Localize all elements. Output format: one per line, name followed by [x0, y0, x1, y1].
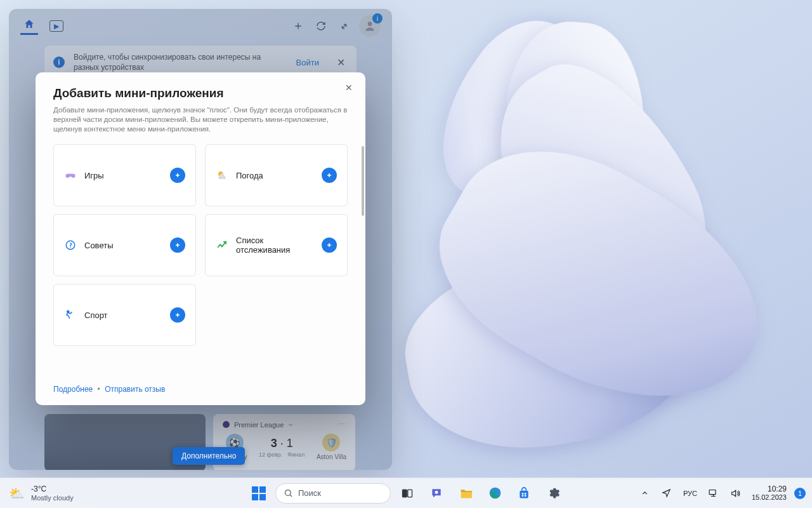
add-weather-button[interactable] [322, 168, 337, 183]
language-indicator[interactable]: РУС [679, 490, 701, 497]
location-tray-icon[interactable] [658, 481, 676, 506]
file-explorer-button[interactable] [453, 481, 478, 506]
feedback-link[interactable]: Отправить отзыв [105, 385, 165, 394]
clock-date: 15.02.2023 [752, 493, 787, 502]
svg-rect-6 [403, 490, 407, 497]
start-button[interactable] [246, 481, 272, 506]
svg-rect-12 [525, 493, 527, 495]
svg-rect-13 [522, 495, 524, 497]
search-placeholder: Поиск [298, 488, 321, 498]
settings-button[interactable] [540, 481, 566, 506]
widget-card-weather: Погода [205, 144, 348, 206]
add-sports-button[interactable] [170, 307, 185, 323]
taskbar-condition: Mostly cloudy [31, 493, 74, 502]
add-widgets-dialog: ✕ Добавить мини-приложения Добавьте мини… [36, 72, 365, 405]
svg-rect-15 [710, 490, 716, 495]
chat-button[interactable] [424, 481, 449, 506]
network-tray-icon[interactable] [705, 481, 723, 506]
notification-badge[interactable]: 1 [794, 488, 806, 499]
widget-label: Погода [236, 171, 314, 180]
dialog-description: Добавьте мини-приложения, щелкнув значок… [53, 105, 348, 134]
widget-label: Игры [84, 171, 162, 180]
taskbar-right: РУС 10:29 15.02.2023 1 [636, 481, 812, 506]
tips-icon [64, 239, 77, 251]
widget-label: Спорт [84, 311, 162, 320]
games-icon [64, 169, 77, 182]
svg-point-5 [285, 490, 291, 496]
add-tips-button[interactable] [170, 237, 185, 253]
svg-rect-14 [525, 495, 527, 497]
taskbar-search[interactable]: Поиск [275, 483, 391, 504]
dialog-close-button[interactable]: ✕ [341, 80, 357, 95]
search-icon [284, 488, 293, 498]
add-games-button[interactable] [170, 168, 185, 183]
taskbar-clock[interactable]: 10:29 15.02.2023 [748, 485, 790, 502]
dialog-scrollbar[interactable] [362, 146, 364, 216]
additional-button[interactable]: Дополнительно [173, 447, 245, 465]
svg-rect-7 [408, 490, 412, 497]
volume-tray-icon[interactable] [726, 481, 744, 506]
watchlist-icon [216, 239, 228, 251]
task-view-button[interactable] [395, 481, 420, 506]
tray-overflow-button[interactable] [636, 481, 654, 506]
taskbar: ⛅ -3°C Mostly cloudy Поиск [0, 478, 812, 508]
svg-rect-10 [520, 490, 528, 498]
weather-icon [216, 169, 228, 182]
footer-separator: • [98, 385, 100, 394]
add-watchlist-button[interactable] [322, 237, 337, 253]
widget-card-tips: Советы [53, 214, 196, 276]
weather-taskbar-icon: ⛅ [9, 486, 25, 501]
clock-time: 10:29 [752, 485, 787, 493]
dialog-title: Добавить мини-приложения [53, 86, 348, 100]
learn-more-link[interactable]: Подробнее [53, 385, 93, 394]
widget-label: Список отслеживания [236, 236, 314, 255]
svg-point-8 [435, 490, 438, 493]
store-button[interactable] [511, 481, 537, 506]
taskbar-center: Поиск [246, 481, 566, 506]
widget-grid: Игры Погода Советы Список отслеживания [53, 144, 348, 346]
edge-button[interactable] [482, 481, 508, 506]
svg-rect-11 [522, 493, 524, 495]
dialog-footer: Подробнее • Отправить отзыв [53, 376, 348, 394]
taskbar-temp: -3°C [31, 485, 74, 493]
widget-card-games: Игры [53, 144, 196, 206]
widget-label: Советы [84, 241, 162, 250]
widget-card-watchlist: Список отслеживания [205, 214, 348, 276]
sports-icon [64, 309, 77, 321]
windows-logo-icon [252, 486, 266, 500]
widget-card-sports: Спорт [53, 284, 196, 346]
taskbar-weather[interactable]: ⛅ -3°C Mostly cloudy [0, 485, 74, 502]
